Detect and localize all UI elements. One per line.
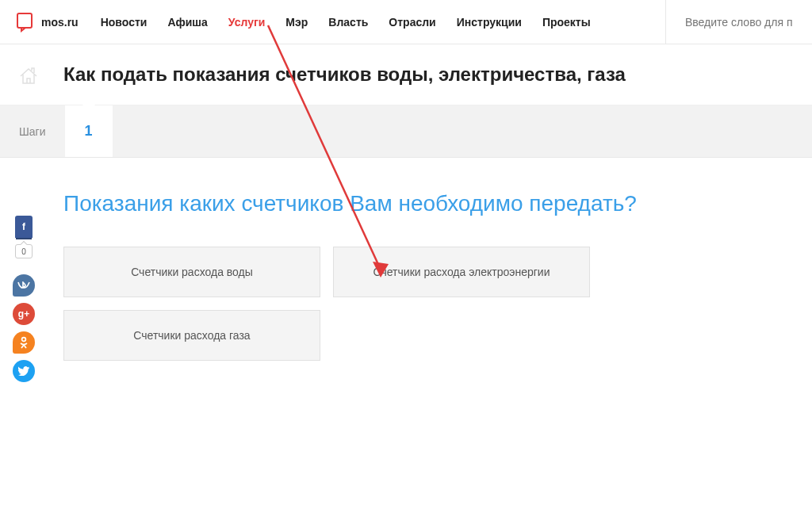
- share-vk-button[interactable]: [13, 274, 35, 297]
- options-grid: Счетчики расхода воды Счетчики расхода э…: [63, 247, 603, 361]
- ok-icon: [20, 336, 28, 349]
- search-input[interactable]: [685, 16, 796, 29]
- main-nav: Новости Афиша Услуги Мэр Власть Отрасли …: [101, 16, 665, 29]
- social-column: f 0 g+: [13, 216, 35, 382]
- step-number: 1: [85, 123, 93, 140]
- nav-item-services[interactable]: Услуги: [228, 16, 266, 29]
- steps-bar: Шаги 1: [0, 105, 812, 158]
- share-count-badge: 0: [15, 244, 33, 258]
- page-title: Как подать показания счетчиков воды, эле…: [63, 63, 796, 86]
- share-twitter-button[interactable]: [13, 360, 35, 382]
- nav-item-industries[interactable]: Отрасли: [389, 16, 435, 29]
- nav-item-mayor[interactable]: Мэр: [285, 16, 308, 29]
- search-area: [665, 0, 796, 44]
- option-water[interactable]: Счетчики расхода воды: [63, 247, 320, 297]
- share-googleplus-button[interactable]: g+: [13, 303, 35, 325]
- option-electricity[interactable]: Счетчики расхода электроэнергии: [333, 247, 590, 297]
- nav-item-afisha[interactable]: Афиша: [167, 16, 207, 29]
- share-facebook-button[interactable]: f: [15, 216, 33, 238]
- share-ok-button[interactable]: [13, 331, 35, 354]
- steps-label: Шаги: [0, 105, 65, 157]
- vk-icon: [17, 281, 30, 289]
- content-area: Показания каких счетчиков Вам необходимо…: [0, 158, 812, 377]
- twitter-icon: [18, 366, 29, 376]
- logo-icon: [16, 12, 36, 33]
- nav-item-instructions[interactable]: Инструкции: [457, 16, 522, 29]
- svg-rect-0: [17, 13, 32, 28]
- svg-point-1: [22, 338, 26, 342]
- home-icon[interactable]: [17, 65, 40, 87]
- question-heading: Показания каких счетчиков Вам необходимо…: [63, 189, 796, 218]
- option-gas[interactable]: Счетчики расхода газа: [63, 310, 320, 361]
- nav-item-projects[interactable]: Проекты: [542, 16, 591, 29]
- title-bar: Как подать показания счетчиков воды, эле…: [0, 44, 812, 105]
- nav-item-power[interactable]: Власть: [328, 16, 368, 29]
- logo-text: mos.ru: [41, 16, 79, 29]
- logo[interactable]: mos.ru: [16, 12, 79, 33]
- nav-item-news[interactable]: Новости: [101, 16, 147, 29]
- step-tab-1[interactable]: 1: [65, 105, 113, 157]
- header: mos.ru Новости Афиша Услуги Мэр Власть О…: [0, 0, 812, 44]
